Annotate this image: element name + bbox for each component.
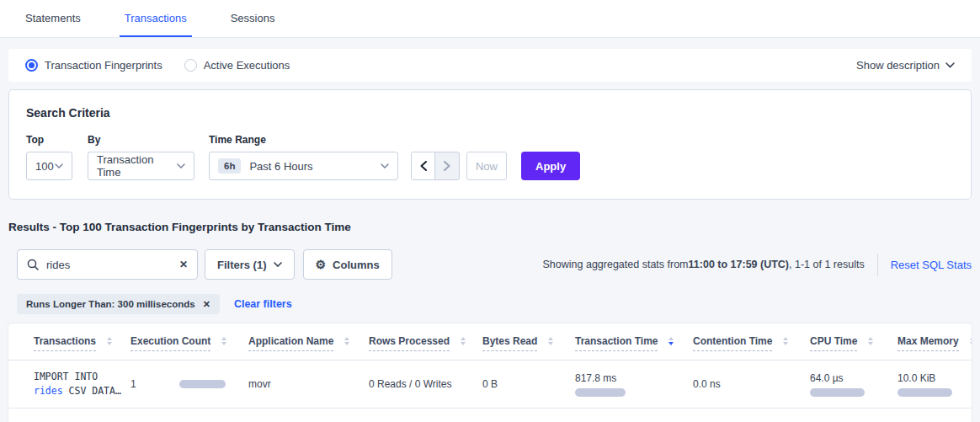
- max-memory-bar: [897, 388, 952, 397]
- time-range-value: Past 6 Hours: [249, 160, 312, 173]
- chevron-down-icon: [945, 62, 955, 68]
- next-time-window-button[interactable]: [435, 152, 459, 179]
- filters-button[interactable]: Filters (1): [205, 249, 295, 280]
- sort-icon[interactable]: [548, 337, 553, 345]
- max-memory-cell: 10.0 KiB: [897, 372, 972, 397]
- search-criteria-panel: Search Criteria Top 100 By Transaction T…: [8, 89, 972, 200]
- column-header-execution-count[interactable]: Execution Count: [130, 335, 248, 351]
- time-range-badge: 6h: [218, 158, 241, 174]
- apply-button[interactable]: Apply: [521, 152, 580, 180]
- radio-selected-icon: [25, 59, 38, 72]
- top-value: 100: [35, 160, 54, 173]
- transaction-fingerprint-cell[interactable]: IMPORT INTO rides CSV DATA…: [34, 370, 130, 398]
- search-icon: [27, 259, 39, 270]
- table-row: IMPORT INTO rides CSV DATA… 1 movr 0 Rea…: [8, 361, 972, 409]
- clear-search-icon[interactable]: ✕: [174, 259, 188, 270]
- sort-icon[interactable]: [107, 337, 112, 345]
- clear-filters-link[interactable]: Clear filters: [234, 298, 292, 310]
- time-window-stepper: [411, 152, 460, 180]
- sort-icon[interactable]: [344, 337, 349, 345]
- transaction-link[interactable]: rides: [34, 385, 63, 397]
- column-header-bytes-read[interactable]: Bytes Read: [482, 335, 575, 351]
- sort-icon[interactable]: [868, 337, 873, 345]
- table-header-row: Transactions Execution Count Application…: [8, 323, 972, 361]
- bytes-read-cell: 0 B: [482, 378, 575, 390]
- filters-label: Filters (1): [217, 259, 267, 271]
- chevron-down-icon: [55, 163, 63, 168]
- column-header-contention-time[interactable]: Contention Time: [693, 335, 810, 351]
- column-header-cpu-time[interactable]: CPU Time: [810, 335, 897, 351]
- top-tab-bar: Statements Transactions Sessions: [0, 0, 980, 38]
- by-select[interactable]: Transaction Time: [88, 152, 194, 180]
- radio-active-executions[interactable]: Active Executions: [184, 59, 290, 72]
- column-header-max-memory[interactable]: Max Memory: [897, 335, 972, 351]
- execution-count-cell: 1: [130, 378, 248, 390]
- results-controls: ✕ Filters (1) ⚙ Columns Showing aggregat…: [17, 249, 972, 280]
- radio-label: Active Executions: [204, 59, 290, 72]
- remove-filter-icon[interactable]: ✕: [203, 299, 210, 310]
- by-value: Transaction Time: [97, 153, 177, 179]
- sort-icon[interactable]: [970, 337, 972, 345]
- reset-sql-stats-link[interactable]: Reset SQL Stats: [891, 259, 972, 271]
- previous-time-window-button[interactable]: [412, 152, 435, 179]
- transaction-time-cell: 817.8 ms: [575, 372, 693, 397]
- by-label: By: [88, 134, 209, 146]
- filter-pill-label: Runs Longer Than: 300 milliseconds: [26, 299, 195, 309]
- top-label: Top: [26, 134, 88, 146]
- column-header-rows-processed[interactable]: Rows Processed: [369, 335, 482, 351]
- now-button[interactable]: Now: [466, 152, 507, 180]
- search-box: ✕: [17, 249, 198, 280]
- application-name-cell: movr: [248, 378, 369, 390]
- sort-icon[interactable]: [461, 337, 466, 345]
- divider: [877, 254, 878, 276]
- columns-button[interactable]: ⚙ Columns: [303, 249, 392, 280]
- time-range-label: Time Range: [209, 134, 411, 146]
- chevron-down-icon: [177, 163, 185, 168]
- active-filters-row: Runs Longer Than: 300 milliseconds ✕ Cle…: [17, 294, 972, 314]
- top-select[interactable]: 100: [26, 152, 72, 180]
- filter-pill: Runs Longer Than: 300 milliseconds ✕: [17, 294, 220, 314]
- execution-count-bar: [179, 380, 226, 388]
- tab-transactions[interactable]: Transactions: [120, 0, 192, 37]
- rows-processed-cell: 0 Reads / 0 Writes: [369, 378, 482, 390]
- chevron-down-icon: [381, 163, 389, 168]
- show-description-toggle[interactable]: Show description: [856, 59, 955, 72]
- contention-time-cell: 0.0 ns: [693, 378, 810, 390]
- tab-statements[interactable]: Statements: [20, 0, 86, 37]
- show-description-label: Show description: [856, 59, 940, 72]
- radio-label: Transaction Fingerprints: [45, 59, 162, 72]
- column-header-application-name[interactable]: Application Name: [248, 335, 369, 351]
- tab-sessions[interactable]: Sessions: [226, 0, 280, 37]
- cpu-time-bar: [810, 388, 865, 397]
- transaction-time-bar: [575, 388, 626, 397]
- gear-icon: ⚙: [316, 259, 327, 270]
- radio-transaction-fingerprints[interactable]: Transaction Fingerprints: [25, 59, 162, 72]
- search-input[interactable]: [46, 259, 174, 271]
- sort-icon[interactable]: [221, 337, 226, 345]
- column-header-transactions[interactable]: Transactions: [34, 335, 130, 351]
- columns-label: Columns: [333, 259, 380, 271]
- aggregated-stats-text: Showing aggregated stats from 11:00 to 1…: [543, 259, 865, 270]
- search-criteria-title: Search Criteria: [26, 106, 954, 120]
- sort-icon[interactable]: [783, 337, 788, 345]
- column-header-transaction-time[interactable]: Transaction Time: [575, 335, 693, 351]
- results-heading: Results - Top 100 Transaction Fingerprin…: [8, 221, 980, 233]
- cpu-time-cell: 64.0 µs: [810, 372, 897, 397]
- time-range-select[interactable]: 6h Past 6 Hours: [209, 152, 398, 180]
- view-toggle-bar: Transaction Fingerprints Active Executio…: [8, 49, 972, 82]
- radio-unselected-icon: [184, 59, 197, 72]
- sort-icon-descending[interactable]: [668, 337, 674, 345]
- results-table: Transactions Execution Count Application…: [8, 323, 972, 422]
